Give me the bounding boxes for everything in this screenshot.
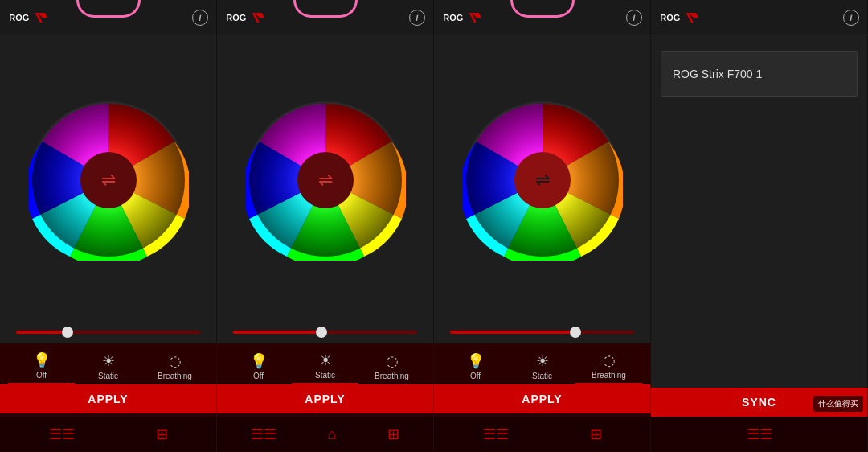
apply-button-2[interactable]: APPLY <box>217 384 433 413</box>
watermark: 什么值得买 <box>813 396 863 412</box>
panel-1-header: ROG i <box>0 0 216 35</box>
static-icon-3: ☀ <box>536 352 549 370</box>
rog-logo-4: ROG <box>659 9 703 27</box>
shuffle-button-1[interactable]: ⇌ <box>80 152 137 208</box>
svg-text:ROG: ROG <box>660 13 680 23</box>
device-card: ROG Strix F700 1 <box>661 51 858 97</box>
panel-3: ROG i <box>434 0 651 452</box>
watermark-text: 什么值得买 <box>818 398 858 409</box>
slider-area-1 <box>0 324 216 343</box>
bottom-controls-1: 💡 Off ☀ Static ◌ Breathing APPLY <box>0 343 216 417</box>
mode-buttons-1: 💡 Off ☀ Static ◌ Breathing <box>0 348 216 384</box>
info-icon-1[interactable]: i <box>192 10 208 26</box>
rog-logo-3: ROG <box>442 9 486 27</box>
off-icon-3: 💡 <box>467 352 485 370</box>
static-label-2: Static <box>315 371 335 380</box>
bottom-nav-3: ☰☰ ⊞ <box>434 417 650 452</box>
info-icon-4[interactable]: i <box>843 10 859 26</box>
arc-decoration-1 <box>76 0 141 18</box>
right-panel-header: ROG i <box>651 0 867 35</box>
rog-logo-svg-2: ROG <box>225 9 269 27</box>
rog-logo-svg-4: ROG <box>659 9 703 27</box>
equalizer-icon-4[interactable]: ☰☰ <box>747 425 772 443</box>
right-panel-content: ROG Strix F700 1 <box>651 35 867 417</box>
svg-text:ROG: ROG <box>443 13 463 23</box>
color-wheel-area-3: ⇌ <box>434 35 650 324</box>
apply-button-3[interactable]: APPLY <box>434 384 650 413</box>
mode-off-2[interactable]: 💡 Off <box>225 349 292 384</box>
slider-track-2[interactable] <box>233 331 417 334</box>
breathing-icon-2: ◌ <box>386 352 399 370</box>
slider-thumb-3[interactable] <box>570 327 581 338</box>
off-icon-1: 💡 <box>33 351 51 369</box>
mode-off-1[interactable]: 💡 Off <box>8 348 75 384</box>
mode-breathing-3[interactable]: ◌ Breathing <box>575 348 642 384</box>
color-wheel-2: ⇌ <box>245 100 406 261</box>
slider-area-2 <box>217 324 433 343</box>
slider-thumb-1[interactable] <box>62 327 73 338</box>
off-label-1: Off <box>36 371 47 380</box>
svg-text:ROG: ROG <box>226 13 246 23</box>
static-icon-2: ☀ <box>319 351 332 369</box>
panel-3-header: ROG i <box>434 0 650 35</box>
rog-logo-1: ROG <box>8 9 52 27</box>
devices-icon-1[interactable]: ⊞ <box>156 425 168 443</box>
breathing-label-1: Breathing <box>158 372 192 380</box>
equalizer-icon-1[interactable]: ☰☰ <box>49 425 75 443</box>
slider-area-3 <box>434 324 650 343</box>
equalizer-icon-2[interactable]: ☰☰ <box>251 425 276 443</box>
static-label-3: Static <box>532 372 552 380</box>
mode-static-3[interactable]: ☀ Static <box>509 349 575 384</box>
off-icon-2: 💡 <box>250 352 268 370</box>
rog-logo-2: ROG <box>225 9 269 27</box>
arc-decoration-3 <box>510 0 575 18</box>
mode-breathing-2[interactable]: ◌ Breathing <box>358 349 425 384</box>
mode-off-3[interactable]: 💡 Off <box>442 349 509 384</box>
shuffle-icon-1: ⇌ <box>101 170 116 191</box>
devices-icon-2[interactable]: ⊞ <box>387 425 399 443</box>
slider-fill-2 <box>233 331 316 334</box>
off-label-3: Off <box>470 372 481 380</box>
info-icon-3[interactable]: i <box>626 10 642 26</box>
bottom-nav-2: ☰☰ ⌂ ⊞ <box>217 417 433 452</box>
info-icon-2[interactable]: i <box>409 10 425 26</box>
slider-track-1[interactable] <box>16 331 200 334</box>
mode-buttons-3: 💡 Off ☀ Static ◌ Breathing <box>434 348 650 384</box>
breathing-label-3: Breathing <box>592 371 626 380</box>
shuffle-icon-3: ⇌ <box>535 170 550 191</box>
breathing-label-2: Breathing <box>375 372 409 380</box>
bottom-nav-1: ☰☰ ⊞ <box>0 417 216 452</box>
slider-fill-1 <box>16 331 62 334</box>
color-wheel-3: ⇌ <box>462 100 623 261</box>
right-panel: ROG i ROG Strix F700 1 SYNC ☰☰ 什么值得买 <box>651 0 868 452</box>
mode-static-2[interactable]: ☀ Static <box>292 348 358 384</box>
equalizer-icon-3[interactable]: ☰☰ <box>483 425 509 443</box>
panel-2-header: ROG i <box>217 0 433 35</box>
color-wheel-area-1: ⇌ <box>0 35 216 324</box>
slider-fill-3 <box>450 331 570 334</box>
shuffle-button-3[interactable]: ⇌ <box>514 152 571 208</box>
bottom-nav-4: ☰☰ <box>651 417 867 452</box>
static-label-1: Static <box>98 372 118 380</box>
static-icon-1: ☀ <box>102 352 115 370</box>
mode-static-1[interactable]: ☀ Static <box>75 349 141 384</box>
breathing-icon-1: ◌ <box>169 352 182 370</box>
arc-decoration-2 <box>293 0 358 18</box>
color-wheel-1: ⇌ <box>28 100 189 261</box>
apply-button-1[interactable]: APPLY <box>0 384 216 413</box>
slider-track-3[interactable] <box>450 331 634 334</box>
mode-buttons-2: 💡 Off ☀ Static ◌ Breathing <box>217 348 433 384</box>
panel-1: ROG i <box>0 0 217 452</box>
slider-thumb-2[interactable] <box>316 327 327 338</box>
off-label-2: Off <box>253 372 264 380</box>
mode-breathing-1[interactable]: ◌ Breathing <box>141 349 208 384</box>
shuffle-button-2[interactable]: ⇌ <box>297 152 354 208</box>
svg-text:ROG: ROG <box>9 13 29 23</box>
device-name: ROG Strix F700 1 <box>673 68 762 80</box>
home-icon-2[interactable]: ⌂ <box>328 426 337 443</box>
rog-logo-svg-1: ROG <box>8 9 52 27</box>
rog-logo-svg-3: ROG <box>442 9 486 27</box>
bottom-controls-2: 💡 Off ☀ Static ◌ Breathing APPLY <box>217 343 433 417</box>
devices-icon-3[interactable]: ⊞ <box>590 425 602 443</box>
bottom-controls-3: 💡 Off ☀ Static ◌ Breathing APPLY <box>434 343 650 417</box>
